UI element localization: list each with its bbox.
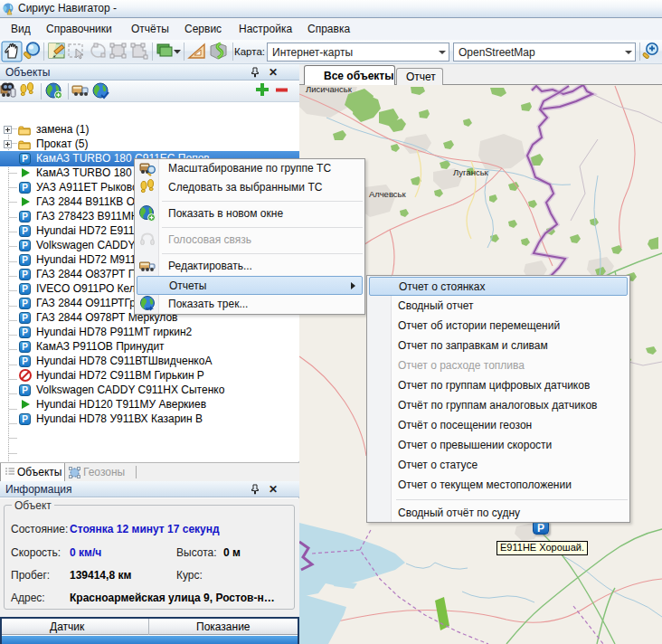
svg-text:Лисичанськ: Лисичанськ (306, 85, 353, 94)
svg-text:Алчевськ: Алчевськ (369, 189, 407, 199)
svg-text:Луганськ: Луганськ (453, 167, 489, 177)
